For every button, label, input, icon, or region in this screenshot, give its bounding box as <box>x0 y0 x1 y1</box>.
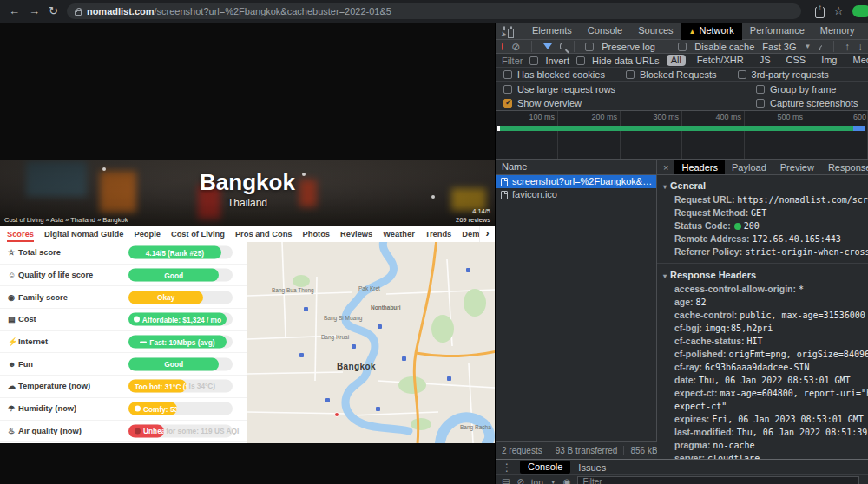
blocked-cookies-checkbox[interactable] <box>503 70 512 79</box>
tab-reviews[interactable]: Reviews <box>340 226 372 242</box>
devtools-tab-console[interactable]: Console <box>580 23 630 40</box>
score-row-quality-of-life[interactable]: ☺Quality of life score Good <box>0 265 247 287</box>
throttling-caret-icon[interactable]: ▼ <box>804 41 811 53</box>
search-icon[interactable] <box>560 43 562 49</box>
filter-funnel-icon[interactable] <box>543 43 552 49</box>
filter-chip-img[interactable]: Img <box>817 55 841 66</box>
export-har-icon[interactable]: ↓ <box>858 41 863 53</box>
console-clear-icon[interactable]: ⊘ <box>516 476 523 484</box>
group-by-frame-label[interactable]: Group by frame <box>770 84 836 95</box>
filter-chip-all[interactable]: All <box>667 55 686 66</box>
blocked-cookies-label[interactable]: Has blocked cookies <box>517 69 605 80</box>
url-text[interactable]: nomadlist.com/screenshot?url=%2Fbangkok&… <box>87 6 391 16</box>
review-count[interactable]: 269 reviews <box>456 216 490 225</box>
tab-digital-nomad-guide[interactable]: Digital Nomad Guide <box>44 226 123 242</box>
tab-photos[interactable]: Photos <box>303 226 331 242</box>
devtools-tab-sources[interactable]: Sources <box>630 23 681 40</box>
reload-icon[interactable]: ↻ <box>49 0 58 23</box>
extension-badge[interactable] <box>852 5 868 17</box>
device-toolbar-icon[interactable] <box>510 26 512 36</box>
hide-data-urls-label[interactable]: Hide data URLs <box>592 56 660 66</box>
drawer-tab-issues[interactable]: Issues <box>578 462 606 473</box>
general-section-header[interactable]: ▾General <box>663 178 868 193</box>
devtools-tab-performance[interactable]: Performance <box>742 23 812 40</box>
context-caret-icon[interactable]: ▼ <box>550 476 556 484</box>
large-rows-label[interactable]: Use large request rows <box>517 84 615 95</box>
share-icon[interactable] <box>815 7 825 18</box>
response-headers-section-header[interactable]: ▾Response Headers <box>663 267 868 283</box>
score-row-humidity[interactable]: ☂Humidity (now) Comfy: 53% <box>0 398 247 421</box>
score-row-temperature[interactable]: ☁Temperature (now) Too hot: 31°C (feels … <box>0 376 247 398</box>
request-row-favicon[interactable]: favicon.ico <box>496 188 656 201</box>
score-badge: Good <box>128 357 219 370</box>
detail-tab-response[interactable]: Response <box>821 160 868 175</box>
forward-icon[interactable]: → <box>29 0 40 23</box>
header-line: Request Method: GET <box>663 206 868 219</box>
detail-tab-payload[interactable]: Payload <box>725 160 773 175</box>
record-icon[interactable] <box>502 43 503 50</box>
third-party-checkbox[interactable] <box>738 70 746 79</box>
console-filter-input[interactable]: Filter <box>577 476 859 484</box>
invert-checkbox[interactable] <box>529 56 538 65</box>
tab-weather[interactable]: Weather <box>383 226 415 242</box>
preserve-log-label[interactable]: Preserve log <box>602 42 655 52</box>
map-pin[interactable] <box>334 412 339 417</box>
drawer-tab-console[interactable]: Console <box>520 461 570 474</box>
hide-data-urls-checkbox[interactable] <box>576 56 585 65</box>
score-row-internet[interactable]: ⚡Internet Fast: 19Mbps (avg) <box>0 331 247 354</box>
tab-scores[interactable]: Scores <box>7 226 34 242</box>
capture-screenshots-label[interactable]: Capture screenshots <box>770 98 858 108</box>
network-overview-timeline[interactable]: 100 ms 200 ms 300 ms 400 ms 500 ms 600 <box>496 111 868 160</box>
clear-icon[interactable]: ⊘ <box>511 41 520 53</box>
tab-trends[interactable]: Trends <box>425 226 451 242</box>
console-context-select[interactable]: top <box>531 478 543 484</box>
disable-cache-label[interactable]: Disable cache <box>694 42 754 52</box>
devtools-tab-elements[interactable]: Elements <box>524 23 580 40</box>
request-list-header[interactable]: Name <box>496 160 656 175</box>
bookmark-star-icon[interactable]: ☆ <box>833 0 844 23</box>
detail-tab-preview[interactable]: Preview <box>773 160 821 175</box>
filter-chip-js[interactable]: JS <box>755 55 775 66</box>
breadcrumb[interactable]: Cost of Living » Asia » Thailand » Bangk… <box>4 216 128 224</box>
capture-screenshots-checkbox[interactable] <box>756 99 765 108</box>
third-party-label[interactable]: 3rd-party requests <box>752 69 829 80</box>
group-by-frame-checkbox[interactable] <box>756 85 765 94</box>
filter-chip-xhr[interactable]: Fetch/XHR <box>693 55 748 66</box>
tabs-scroll-right-icon[interactable]: › <box>479 226 495 242</box>
preserve-log-checkbox[interactable] <box>585 43 594 51</box>
score-row-family[interactable]: ◉Family score Okay <box>0 286 247 309</box>
show-overview-label[interactable]: Show overview <box>517 98 582 108</box>
drawer-menu-icon[interactable]: ⋮ <box>502 461 512 474</box>
filter-input[interactable]: Filter <box>502 56 523 66</box>
filter-chip-media[interactable]: Media <box>848 55 868 66</box>
console-eye-icon[interactable]: ◉ <box>563 476 571 484</box>
score-row-air-quality[interactable]: ♨Air quality (now) Unhealthyfor some: 11… <box>0 421 247 443</box>
show-overview-checkbox[interactable] <box>503 99 512 108</box>
back-icon[interactable]: ← <box>9 0 20 23</box>
blocked-requests-label[interactable]: Blocked Requests <box>640 69 717 80</box>
network-conditions-icon[interactable] <box>819 43 821 50</box>
filter-chip-css[interactable]: CSS <box>782 55 811 66</box>
devtools-tab-application[interactable]: Application <box>863 23 868 40</box>
devtools-tab-memory[interactable]: Memory <box>812 23 863 40</box>
score-row-cost[interactable]: ▤Cost Affordable: $1,324 / mo <box>0 309 247 331</box>
blocked-requests-checkbox[interactable] <box>626 70 635 79</box>
invert-label[interactable]: Invert <box>545 56 569 66</box>
console-sidebar-icon[interactable]: ▤ <box>502 476 510 484</box>
address-bar[interactable]: nomadlist.com/screenshot?url=%2Fbangkok&… <box>67 3 801 19</box>
request-row-screenshot[interactable]: screenshot?url=%2Fbangkok&cachebus... <box>496 175 656 188</box>
detail-tab-headers[interactable]: Headers <box>674 160 725 175</box>
tab-pros-and-cons[interactable]: Pros and Cons <box>235 226 293 242</box>
import-har-icon[interactable]: ↑ <box>845 41 850 53</box>
inspect-element-icon[interactable] <box>503 26 505 36</box>
score-row-fun[interactable]: ☻Fun Good <box>0 353 247 376</box>
score-row-total[interactable]: ☆Total score 4.14/5 (Rank #25) <box>0 242 247 265</box>
close-icon[interactable]: × <box>657 162 674 173</box>
large-rows-checkbox[interactable] <box>503 85 512 94</box>
throttling-select[interactable]: Fast 3G <box>762 42 796 52</box>
disable-cache-checkbox[interactable] <box>678 43 687 51</box>
tab-cost-of-living[interactable]: Cost of Living <box>171 226 225 242</box>
devtools-tab-network[interactable]: ▲Network <box>681 23 742 40</box>
city-map[interactable]: Bang Bua Thong Pak Kret Nonthaburi Bang … <box>247 242 495 443</box>
tab-people[interactable]: People <box>134 226 160 242</box>
